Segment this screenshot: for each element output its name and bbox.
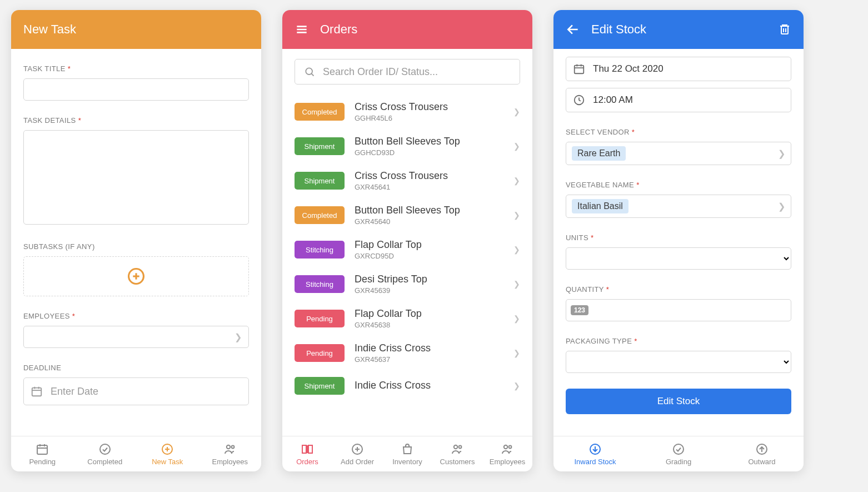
tab-orders[interactable]: Orders (282, 436, 332, 471)
quantity-input[interactable]: 123 (566, 299, 791, 321)
employees-select[interactable]: ❯ (23, 326, 249, 348)
order-row[interactable]: CompletedButton Bell Sleeves TopGXR45640… (295, 198, 520, 232)
order-main: Desi Stripes TopGXR45639 (355, 274, 503, 295)
status-badge: Stitching (295, 241, 345, 259)
label-pack: PACKAGING TYPE (566, 337, 791, 345)
edit-stock-button[interactable]: Edit Stock (566, 389, 791, 414)
vendor-select[interactable]: Rare Earth ❯ (566, 142, 791, 165)
status-badge: Pending (295, 344, 345, 362)
order-id: GXR45640 (355, 217, 503, 226)
vegetable-chip: Italian Basil (572, 199, 628, 213)
search-input[interactable]: Search Order ID/ Status... (295, 59, 520, 85)
order-row[interactable]: ShipmentButton Bell Sleeves TopGGHCD93D❯ (295, 129, 520, 163)
label-units: UNITS (566, 233, 791, 242)
order-row[interactable]: PendingFlap Collar TopGXR45638❯ (295, 301, 520, 336)
users-icon (223, 443, 237, 456)
order-main: Button Bell Sleeves TopGGHCD93D (355, 136, 503, 157)
label-vendor: SELECT VENDOR (566, 128, 791, 136)
svg-rect-31 (781, 26, 788, 34)
time-field[interactable]: 12:00 AM (566, 88, 791, 112)
svg-point-28 (504, 445, 507, 448)
screen-new-task: New Task TASK TITLE TASK DETAILS SUBTASK… (11, 10, 261, 471)
task-details-textarea[interactable] (23, 130, 249, 225)
form-content: TASK TITLE TASK DETAILS SUBTASKS (IF ANY… (11, 49, 261, 436)
svg-point-27 (459, 445, 462, 448)
calendar-icon (31, 385, 43, 397)
tab-pending[interactable]: Pending (11, 436, 74, 471)
header: Edit Stock (553, 10, 804, 49)
orders-content: Search Order ID/ Status... CompletedCris… (282, 49, 532, 436)
order-title: Desi Stripes Top (355, 274, 503, 285)
order-id: GXR45637 (355, 355, 503, 364)
calendar-icon (36, 443, 49, 456)
page-title: Orders (320, 22, 357, 37)
tab-label: Inventory (392, 458, 422, 466)
order-title: Criss Cross Trousers (355, 170, 503, 182)
chevron-right-icon: ❯ (235, 332, 242, 342)
tab-completed[interactable]: Completed (74, 436, 137, 471)
packaging-select[interactable] (566, 351, 791, 373)
tab-inward-stock[interactable]: Inward Stock (553, 436, 637, 471)
order-row[interactable]: CompletedCriss Cross TrousersGGHR45L6❯ (295, 95, 520, 129)
chevron-right-icon: ❯ (513, 314, 520, 323)
units-select[interactable] (566, 247, 791, 270)
order-row[interactable]: ShipmentCriss Cross TrousersGXR45641❯ (295, 163, 520, 198)
download-circle-icon (588, 443, 602, 456)
date-field[interactable]: Thu 22 Oct 2020 (566, 57, 791, 81)
add-subtask-button[interactable] (23, 256, 249, 296)
tab-grading[interactable]: Grading (637, 436, 720, 471)
order-title: Button Bell Sleeves Top (355, 205, 503, 216)
chevron-right-icon: ❯ (513, 107, 520, 116)
order-id: GGHR45L6 (355, 114, 503, 122)
deadline-date-input[interactable]: Enter Date (23, 377, 249, 405)
order-row[interactable]: ShipmentIndie Criss Cross❯ (295, 370, 520, 401)
order-id: GGHCD93D (355, 148, 503, 157)
svg-point-41 (674, 444, 684, 454)
order-main: Criss Cross TrousersGXR45641 (355, 170, 503, 191)
order-main: Button Bell Sleeves TopGXR45640 (355, 205, 503, 226)
order-main: Flap Collar TopGXR45638 (355, 308, 503, 329)
header: New Task (11, 10, 261, 49)
page-title: Edit Stock (591, 22, 646, 37)
chevron-right-icon: ❯ (778, 201, 785, 212)
back-arrow-icon[interactable] (566, 22, 580, 37)
upload-circle-icon (755, 443, 769, 456)
status-badge: Pending (295, 310, 345, 327)
tab-label: Employees (490, 458, 525, 466)
status-badge: Stitching (295, 275, 345, 293)
tab-label: New Task (152, 458, 183, 466)
chevron-right-icon: ❯ (513, 142, 520, 151)
tab-label: Completed (87, 458, 122, 466)
order-title: Button Bell Sleeves Top (355, 136, 503, 147)
svg-rect-34 (575, 66, 584, 74)
order-row[interactable]: StitchingDesi Stripes TopGXR45639❯ (295, 267, 520, 301)
vegetable-select[interactable]: Italian Basil ❯ (566, 195, 791, 218)
numeric-keypad-icon: 123 (571, 305, 588, 315)
tab-new-task[interactable]: New Task (136, 436, 199, 471)
status-badge: Shipment (295, 377, 345, 395)
tab-inventory[interactable]: Inventory (382, 436, 432, 471)
users-icon (451, 443, 464, 456)
trash-icon[interactable] (778, 23, 791, 36)
svg-rect-3 (32, 388, 42, 396)
order-row[interactable]: StitchingFlap Collar TopGXRCD95D❯ (295, 232, 520, 267)
plus-circle-icon (161, 443, 174, 456)
order-id: GXR45641 (355, 183, 503, 191)
tab-employees[interactable]: Employees (482, 436, 532, 471)
check-circle-icon (672, 443, 685, 456)
menu-icon[interactable] (295, 22, 309, 37)
order-row[interactable]: PendingIndie Criss CrossGXR45637❯ (295, 336, 520, 370)
tab-label: Customers (440, 458, 475, 466)
tab-customers[interactable]: Customers (432, 436, 482, 471)
order-title: Indie Criss Cross (355, 342, 503, 354)
order-main: Indie Criss Cross (355, 380, 503, 392)
chevron-right-icon: ❯ (513, 381, 520, 390)
tab-employees[interactable]: Employees (199, 436, 262, 471)
task-title-input[interactable] (23, 78, 249, 101)
chevron-right-icon: ❯ (513, 211, 520, 220)
svg-point-15 (227, 445, 230, 448)
chevron-right-icon: ❯ (513, 176, 520, 185)
screen-orders: Orders Search Order ID/ Status... Comple… (282, 10, 532, 471)
tab-outward[interactable]: Outward (720, 436, 804, 471)
tab-add-order[interactable]: Add Order (332, 436, 382, 471)
